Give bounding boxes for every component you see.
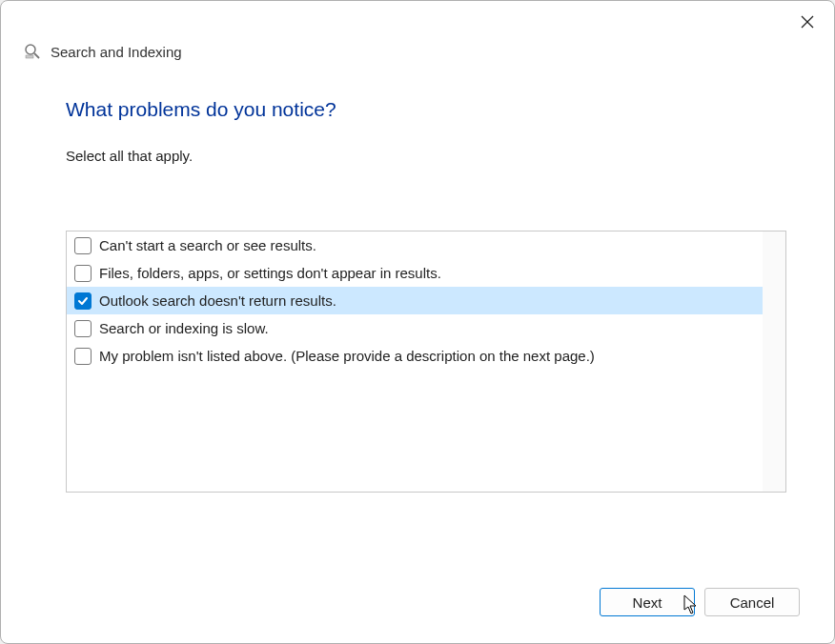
titlebar	[1, 1, 834, 43]
option-label: My problem isn't listed above. (Please p…	[99, 348, 595, 364]
header: Search and Indexing	[1, 43, 834, 79]
problem-option[interactable]: Outlook search doesn't return results.	[67, 287, 763, 314]
problem-list-inner: Can't start a search or see results.File…	[67, 231, 785, 492]
instruction-text: Select all that apply.	[66, 148, 786, 164]
svg-point-2	[26, 45, 35, 54]
svg-rect-4	[26, 55, 33, 58]
header-title: Search and Indexing	[51, 44, 182, 60]
cancel-button[interactable]: Cancel	[704, 588, 800, 616]
close-icon	[801, 15, 814, 29]
problem-option[interactable]: Search or indexing is slow.	[67, 314, 763, 342]
checkmark-icon	[77, 295, 89, 307]
problem-option[interactable]: My problem isn't listed above. (Please p…	[67, 342, 763, 370]
option-label: Search or indexing is slow.	[99, 320, 269, 336]
search-indexing-icon	[24, 43, 41, 60]
next-button[interactable]: Next	[600, 588, 695, 616]
problem-option[interactable]: Can't start a search or see results.	[67, 231, 763, 259]
question-heading: What problems do you notice?	[66, 98, 786, 121]
problem-list: Can't start a search or see results.File…	[66, 231, 786, 493]
option-label: Outlook search doesn't return results.	[99, 292, 336, 309]
footer: Next Cancel	[1, 588, 834, 643]
problem-option[interactable]: Files, folders, apps, or settings don't …	[67, 259, 763, 287]
checkbox[interactable]	[74, 265, 92, 282]
checkbox[interactable]	[74, 237, 92, 254]
svg-line-3	[34, 53, 39, 58]
content: What problems do you notice? Select all …	[1, 79, 834, 588]
option-label: Can't start a search or see results.	[99, 237, 316, 253]
close-button[interactable]	[796, 10, 819, 33]
checkbox[interactable]	[74, 320, 92, 337]
option-label: Files, folders, apps, or settings don't …	[99, 265, 441, 281]
checkbox[interactable]	[74, 292, 92, 310]
troubleshooter-window: Search and Indexing What problems do you…	[0, 0, 835, 644]
checkbox[interactable]	[74, 348, 92, 365]
scrollbar-track[interactable]	[763, 231, 785, 492]
